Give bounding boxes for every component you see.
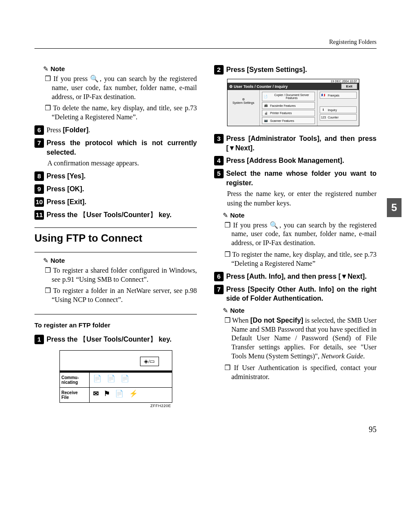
step-number: 6 <box>214 272 224 281</box>
feature-button: 📄Copier / Document Server Features <box>262 92 315 101</box>
step-7: 7 Press [Specify Other Auth. Info] on th… <box>214 285 377 303</box>
feature-button: 🇫🇷Français <box>320 92 357 99</box>
step-number: 5 <box>214 169 224 178</box>
note-item: If you press 🔍, you can search by the re… <box>223 221 377 248</box>
note-heading: Note <box>223 212 377 219</box>
note-item: When [Do not Specify] is selected, the S… <box>223 316 377 361</box>
step-number: 2 <box>214 65 224 75</box>
note-item: To register the name, key display, and t… <box>223 250 377 268</box>
section-heading: Using FTP to Connect <box>34 232 197 244</box>
step-11: 11 Press the User Tools/Counter key. <box>34 210 197 220</box>
step-number: 10 <box>34 197 44 207</box>
right-column: 2 Press [System Settings]. 19 DEC 2004 1… <box>214 62 377 408</box>
panel-icons: 📄 📄 📄 <box>90 373 172 387</box>
step-4: 4 Press [Address Book Management]. <box>214 156 377 165</box>
step-6: 6 Press [Folder]. <box>34 125 197 135</box>
start-button-icon: ◈/▭ <box>140 357 159 366</box>
step-9: 9 Press [OK]. <box>34 184 197 194</box>
panel-icons: ✉ ⚑ 📄 ⚡ <box>90 388 172 402</box>
step-5: 5 Select the name whose folder you want … <box>214 169 377 187</box>
note-item: To delete the name, key display, and tit… <box>43 104 197 122</box>
feature-button: 123Counter <box>320 114 357 121</box>
step-description: Press the name key, or enter the registe… <box>227 189 377 208</box>
step-7: 7 Press the protocol which is not curren… <box>34 138 197 157</box>
feature-button: ℹInquiry <box>320 106 357 113</box>
screenshot-title: ⚙ User Tools / Counter / Inquiry <box>229 84 288 89</box>
system-settings-button: ⚙ System Settings <box>227 90 260 126</box>
step-number: 7 <box>214 285 224 294</box>
divider <box>34 227 197 228</box>
step-number: 11 <box>34 210 44 220</box>
step-2: 2 Press [System Settings]. <box>214 65 377 75</box>
figure-caption: ZFFH220E <box>34 404 171 408</box>
note-heading: Note <box>223 307 377 314</box>
subsection-heading: To register an FTP folder <box>34 321 197 329</box>
step-8: 8 Press [Yes]. <box>34 171 197 181</box>
chapter-tab: 5 <box>387 198 402 217</box>
step-number: 1 <box>34 335 44 344</box>
panel-label: Receive File <box>60 388 90 402</box>
step-description: A confirmation message appears. <box>47 159 197 168</box>
step-number: 7 <box>34 138 44 148</box>
divider <box>34 252 197 252</box>
exit-button: Exit <box>341 84 357 89</box>
note-heading: Note <box>43 65 197 73</box>
step-number: 8 <box>34 171 44 181</box>
note-item: If you press 🔍, you can search by the re… <box>43 75 197 101</box>
panel-label: Commu- nicating <box>60 373 90 387</box>
divider <box>34 314 197 314</box>
step-3: 3 Press [Administrator Tools], and then … <box>214 134 377 152</box>
feature-button: 📠Facsimile Features <box>262 102 315 109</box>
left-column: Note If you press 🔍, you can search by t… <box>34 62 197 408</box>
step-number: 3 <box>214 134 224 143</box>
note-item: If User Authentication is specified, con… <box>223 364 377 382</box>
note-item: To register a shared folder configured i… <box>43 266 197 284</box>
screenshot-time: 19 DEC 2004 10:07 <box>227 79 359 83</box>
step-1: 1 Press the User Tools/Counter key. <box>34 335 197 344</box>
note-heading: Note <box>43 257 197 264</box>
step-10: 10 Press [Exit]. <box>34 197 197 207</box>
feature-button: 📷Scanner Features <box>262 117 315 124</box>
note-item: To register a folder in an NetWare serve… <box>43 286 197 305</box>
header-rule <box>34 48 377 49</box>
step-number: 9 <box>34 184 44 194</box>
control-panel-illustration: ◈/▭ Commu- nicating 📄 📄 📄 Receive File ✉… <box>59 350 172 403</box>
step-number: 6 <box>34 125 44 135</box>
running-head: Registering Folders <box>34 39 377 46</box>
feature-button: 🖨Printer Features <box>262 110 315 116</box>
user-tools-screenshot: 19 DEC 2004 10:07 ⚙ User Tools / Counter… <box>227 79 359 126</box>
page-number: 95 <box>34 425 377 434</box>
step-number: 4 <box>214 156 224 165</box>
step-6: 6 Press [Auth. Info], and then press [▼N… <box>214 272 377 281</box>
